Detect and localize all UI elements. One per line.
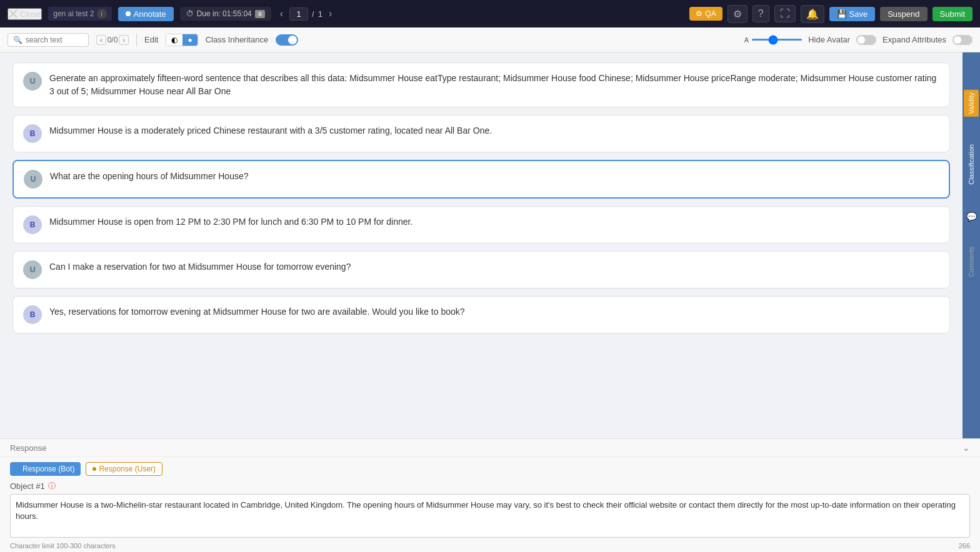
search-prev-button[interactable]: ‹ [96,35,106,45]
message-text-5: Yes, reservations for tomorrow evening a… [49,305,465,318]
object-label-row: Object #1 ⓘ [0,478,980,494]
avatar-2: U [24,170,42,189]
avatar-3: B [23,215,42,234]
submit-button[interactable]: Submit [932,7,972,21]
response-tabs: Response (Bot) Response (User) [0,457,980,478]
due-label: Due in: 01:55:04 [197,9,252,18]
avatar-0: U [23,72,42,91]
response-label: Response [10,443,47,453]
save-icon: 💾 [837,9,847,19]
font-size-control: A [744,36,802,44]
hide-avatar-toggle[interactable] [856,35,876,45]
comments-icon: 💬 [966,212,977,222]
message-card-3[interactable]: B Midsummer House is open from 12 PM to … [12,206,950,244]
qa-label: QA [705,9,716,18]
suspend-button[interactable]: Suspend [880,7,927,21]
bell-icon-button[interactable]: 🔔 [801,5,824,23]
due-button[interactable]: ⏱ Due in: 01:55:04 ⏸ [180,7,271,21]
font-size-icon: A [744,36,749,44]
user-tab-label: Response (User) [99,465,156,473]
response-bot-tab[interactable]: Response (Bot) [10,462,81,476]
message-text-2: What are the opening hours of Midsummer … [50,170,249,183]
user-tab-dot [92,467,96,471]
info-icon[interactable]: i [97,9,107,19]
message-card-5[interactable]: B Yes, reservations for tomorrow evening… [12,296,950,333]
avatar-4: U [23,260,42,279]
bot-tab-label: Response (Bot) [22,465,74,473]
search-input[interactable] [26,36,82,44]
page-separator: / [312,9,314,19]
annotate-label: Annotate [134,9,166,19]
page-input[interactable] [289,7,308,21]
message-text-4: Can I make a reservation for two at Mids… [49,260,351,274]
project-name: gen ai test 2 [53,9,94,18]
char-limit-label: Character limit 100-300 characters [10,542,116,550]
right-controls: A Hide Avatar Expand Attributes [744,35,972,45]
message-text-1: Midsummer House is a moderately priced C… [49,124,492,137]
top-bar-left: Close gen ai test 2 i Annotate ⏱ Due in:… [8,7,683,21]
object-label-text: Object #1 [10,481,45,491]
close-label: Close [20,9,41,19]
top-bar: Close gen ai test 2 i Annotate ⏱ Due in:… [0,0,980,27]
search-nav: ‹ 0/0 › [96,35,129,45]
hide-avatar-label: Hide Avatar [808,35,850,44]
search-next-button[interactable]: › [119,35,129,45]
edit-label: Edit [144,35,158,44]
response-textarea[interactable]: Midsummer House is a two-Michelin-star r… [10,494,970,538]
char-count-bar: Character limit 100-300 characters 266 [0,540,980,552]
project-tag: gen ai test 2 i [48,7,111,21]
qa-icon: ⚙ [696,9,702,18]
annotate-dot [126,11,131,16]
pause-icon: ⏸ [255,10,265,18]
submit-label: Submit [940,9,965,19]
qa-button[interactable]: ⚙ QA [689,7,722,21]
conversation-area: U Generate an approximately fifteen-word… [0,52,962,438]
close-button[interactable]: Close [8,8,42,20]
message-card-0[interactable]: U Generate an approximately fifteen-word… [12,62,950,107]
comments-panel-label[interactable]: Comments [968,247,975,277]
save-button[interactable]: 💾 Save [829,7,876,21]
page-nav: ‹ / 1 › [278,7,335,21]
message-text-0: Generate an approximately fifteen-word s… [49,72,939,98]
search-count: 0/0 [108,36,118,44]
search-box: 🔍 [8,33,89,47]
toggle-on-button[interactable]: ● [182,34,197,46]
edit-toggle: ◐ ● [166,34,198,46]
message-text-3: Midsummer House is open from 12 PM to 2:… [49,215,412,229]
divider-1 [136,34,137,46]
font-size-slider[interactable] [752,39,802,41]
toggle-off-button[interactable]: ◐ [166,34,182,46]
validity-panel-label[interactable]: Validity [964,90,979,117]
classification-panel-label[interactable]: Classification [964,142,979,187]
top-bar-right: ⚙ QA ⚙ ? ⛶ 🔔 💾 Save Suspend Submit [689,5,972,23]
object-error-icon: ⓘ [48,481,56,491]
expand-attributes-toggle[interactable] [952,35,972,45]
settings-icon-button[interactable]: ⚙ [728,5,748,23]
message-card-4[interactable]: U Can I make a reservation for two at Mi… [12,251,950,288]
avatar-5: B [23,305,42,324]
right-panel: Validity Classification 💬 Comments [962,52,980,438]
bottom-header: Response ⌄ [0,439,980,457]
class-inheritance-toggle[interactable] [276,34,298,46]
clock-icon: ⏱ [186,9,194,18]
collapse-button[interactable]: ⌄ [962,443,970,453]
message-card-2[interactable]: U What are the opening hours of Midsumme… [12,160,950,199]
char-count: 266 [959,542,970,550]
help-icon-button[interactable]: ? [752,5,769,22]
bot-tab-dot [16,467,20,471]
prev-page-button[interactable]: ‹ [278,7,286,21]
main-area: U Generate an approximately fifteen-word… [0,52,980,438]
avatar-1: B [23,124,42,143]
search-icon: 🔍 [13,36,22,44]
next-page-button[interactable]: › [326,7,334,21]
response-user-tab[interactable]: Response (User) [86,462,162,476]
annotate-button[interactable]: Annotate [118,7,174,21]
suspend-label: Suspend [888,9,919,19]
message-card-1[interactable]: B Midsummer House is a moderately priced… [12,115,950,152]
class-inheritance-label: Class Inheritance [206,35,268,44]
expand-icon-button[interactable]: ⛶ [774,5,796,22]
toolbar: 🔍 ‹ 0/0 › Edit ◐ ● Class Inheritance A H… [0,27,980,52]
expand-attributes-label: Expand Attributes [882,35,946,44]
save-label: Save [849,9,868,19]
page-total: 1 [318,9,322,19]
